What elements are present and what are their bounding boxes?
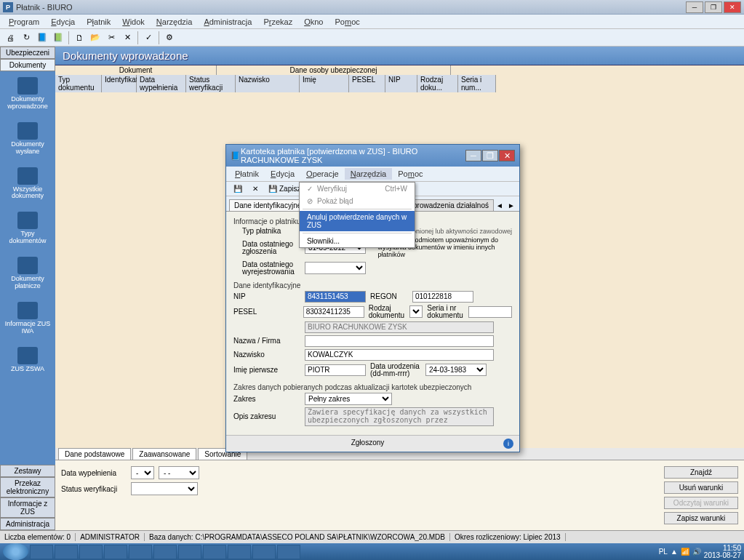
col-status[interactable]: Status weryfikacji — [186, 75, 236, 92]
zakres-select[interactable]: Pełny zakres — [305, 393, 392, 405]
tab-next-icon[interactable]: ► — [506, 201, 516, 209]
tb-new-icon[interactable]: 🗋 — [72, 31, 87, 45]
col-nazwisko[interactable]: Nazwisko — [236, 75, 300, 92]
nip-input[interactable] — [305, 291, 366, 303]
minimize-button[interactable]: ─ — [686, 1, 703, 13]
sidebar-item-wszystkie[interactable]: Wszystkie dokumenty — [0, 161, 55, 207]
tray-time[interactable]: 11:50 — [704, 545, 741, 552]
task-btn-4[interactable] — [104, 545, 127, 559]
task-btn-11[interactable] — [277, 545, 300, 559]
tray-lang[interactable]: PL — [659, 548, 668, 556]
menu-pomoc[interactable]: Pomoc — [329, 16, 365, 28]
sidebar-tab-ubezpieczeni[interactable]: Ubezpieczeni — [0, 47, 55, 59]
modal-close[interactable]: ✕ — [499, 150, 515, 161]
sidebar-tab-przekaz[interactable]: Przekaz elektroniczny — [0, 477, 55, 497]
modal-menu-platnik[interactable]: Płatnik — [229, 168, 265, 180]
modal-tab-dane-id[interactable]: Dane identyfikacyjne — [229, 199, 306, 211]
modal-menu-narzedzia[interactable]: Narzędzia — [345, 168, 393, 180]
col-imie[interactable]: Imię — [300, 75, 349, 92]
pesel-input[interactable] — [303, 306, 364, 318]
modal-menu-operacje[interactable]: Operacje — [300, 168, 345, 180]
dropdown-slowniki[interactable]: Słowniki... — [300, 235, 415, 247]
task-btn-3[interactable] — [79, 545, 103, 559]
start-button[interactable] — [3, 543, 28, 560]
tb-cut-icon[interactable]: ✂ — [104, 31, 119, 45]
col-seria[interactable]: Seria i num... — [458, 75, 496, 92]
menu-edycja[interactable]: Edycja — [45, 16, 81, 28]
task-btn-6[interactable] — [153, 545, 177, 559]
btn-odczytaj[interactable]: Odczytaj warunki — [664, 497, 738, 509]
menu-program[interactable]: Program — [3, 16, 45, 28]
modal-menu-edycja[interactable]: Edycja — [265, 168, 300, 180]
modal-maximize[interactable]: ❐ — [482, 150, 498, 161]
tb-refresh-icon[interactable]: ↻ — [19, 31, 33, 45]
imie-input[interactable] — [305, 364, 366, 376]
tb-import-icon[interactable]: 📗 — [51, 31, 65, 45]
modal-tb-save-icon[interactable]: 💾 — [229, 183, 247, 194]
filter-tab-podstawowe[interactable]: Dane podstawowe — [58, 448, 131, 460]
info-icon[interactable]: i — [503, 439, 513, 449]
menu-platnik[interactable]: Płatnik — [81, 16, 116, 28]
menu-narzedzia[interactable]: Narzędzia — [151, 16, 199, 28]
btn-usun[interactable]: Usuń warunki — [664, 481, 738, 494]
sidebar-item-iwa[interactable]: Informacje ZUS IWA — [0, 296, 55, 341]
seria-input[interactable] — [468, 306, 512, 318]
dropdown-weryfikuj[interactable]: ✓ Weryfikuj Ctrl+W — [300, 183, 415, 195]
maximize-button[interactable]: ❐ — [705, 1, 722, 13]
btn-znajdz[interactable]: Znajdź — [664, 466, 738, 479]
task-btn-9[interactable] — [228, 545, 251, 559]
dropdown-pokaz-blad[interactable]: ⊘ Pokaż błąd — [300, 195, 415, 207]
sidebar-tab-info-zus[interactable]: Informacje z ZUS — [0, 497, 55, 518]
tb-export-icon[interactable]: 📘 — [35, 31, 49, 45]
close-button[interactable]: ✕ — [724, 1, 741, 13]
menu-przekaz[interactable]: Przekaz — [257, 16, 298, 28]
task-btn-2[interactable] — [55, 545, 78, 559]
menu-okno[interactable]: Okno — [298, 16, 329, 28]
nazwisko-input[interactable] — [305, 349, 494, 361]
btn-zapisz[interactable]: Zapisz warunki — [664, 512, 738, 524]
modal-menu-pomoc[interactable]: Pomoc — [392, 168, 428, 180]
sidebar-item-wyslane[interactable]: Dokumenty wysłane — [0, 116, 55, 161]
tray-vol-icon[interactable]: 🔊 — [692, 548, 701, 556]
modal-tb-close-icon[interactable]: ✕ — [248, 183, 263, 194]
task-btn-1[interactable] — [30, 545, 53, 559]
tab-prev-icon[interactable]: ◄ — [495, 201, 505, 209]
task-btn-5[interactable] — [129, 545, 152, 559]
filter-tab-zaawansowane[interactable]: Zaawansowane — [132, 448, 196, 460]
sidebar-tab-dokumenty[interactable]: Dokumenty — [0, 59, 55, 71]
data-ur-select[interactable]: 24-03-1983 — [425, 364, 487, 376]
sidebar-item-zswa[interactable]: ZUS ZSWA — [0, 341, 55, 379]
tray-flag-icon[interactable]: ▲ — [671, 548, 678, 556]
tb-open-icon[interactable]: 📂 — [88, 31, 103, 45]
col-rodzaj[interactable]: Rodzaj doku... — [417, 75, 458, 92]
sidebar-item-platnicze[interactable]: Dokumenty płatnicze — [0, 251, 55, 296]
rodzaj-select[interactable] — [409, 305, 423, 318]
col-data[interactable]: Data wypełnienia — [137, 75, 186, 92]
regon-input[interactable] — [412, 291, 473, 303]
nazwa-input[interactable] — [305, 335, 494, 347]
sidebar-item-wprowadzone[interactable]: Dokumenty wprowadzone — [0, 71, 55, 116]
tb-check-icon[interactable]: ✓ — [141, 31, 156, 45]
task-btn-8[interactable] — [203, 545, 226, 559]
sidebar-tab-admin[interactable]: Administracja — [0, 518, 55, 530]
tb-print-icon[interactable]: 🖨 — [3, 31, 17, 45]
menu-administracja[interactable]: Administracja — [198, 16, 257, 28]
col-nip[interactable]: NIP — [385, 75, 417, 92]
sidebar-tab-zestawy[interactable]: Zestawy — [0, 465, 55, 477]
tray-date[interactable]: 2013-08-27 — [704, 552, 741, 559]
filter-status-sel[interactable] — [131, 482, 198, 495]
modal-minimize[interactable]: ─ — [465, 150, 481, 161]
dropdown-anuluj[interactable]: Anuluj potwierdzenie danych w ZUS — [300, 211, 415, 231]
menu-widok[interactable]: Widok — [116, 16, 151, 28]
task-btn-7[interactable] — [178, 545, 201, 559]
filter-date-sel1[interactable]: - - — [131, 466, 154, 479]
tray-net-icon[interactable]: 📶 — [681, 548, 689, 556]
col-typ[interactable]: Typ dokumentu — [55, 75, 102, 92]
col-ident[interactable]: Identyfikat... — [102, 75, 137, 92]
col-pesel[interactable]: PESEL — [349, 75, 385, 92]
filter-date-sel2[interactable]: - - — [159, 466, 199, 479]
tb-delete-icon[interactable]: ✕ — [120, 31, 135, 45]
data-wyr-select[interactable] — [305, 262, 366, 274]
tb-filter-icon[interactable]: ⚙ — [162, 31, 177, 45]
sidebar-item-typy[interactable]: Typy dokumentów — [0, 206, 55, 251]
